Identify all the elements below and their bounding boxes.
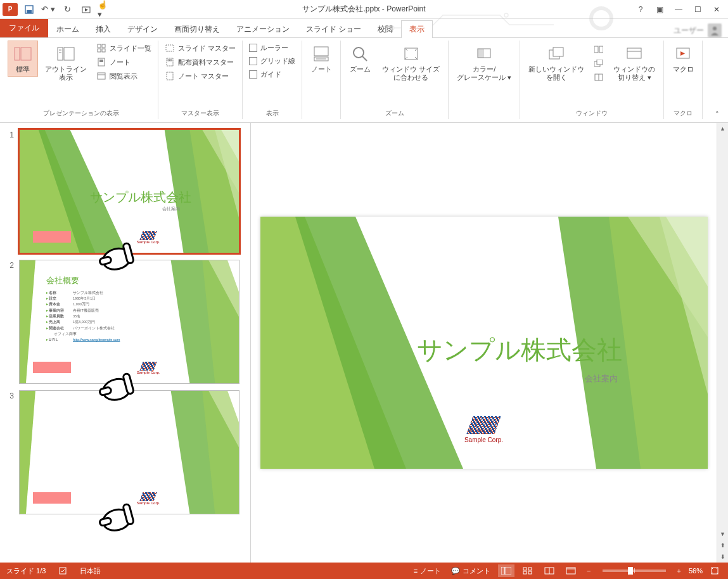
comments-toggle[interactable]: 💬 コメント [449, 565, 493, 577]
fit-to-window-button[interactable]: ウィンドウ サイズ に合わせる [378, 41, 444, 85]
vertical-scrollbar[interactable]: ▲ ▼ ⬆ ⬇ [717, 123, 728, 563]
current-slide-canvas[interactable]: サンプル株式会社 会社案内 Sample Corp. [260, 217, 708, 469]
view-normal-shortcut[interactable] [498, 564, 514, 577]
slide-content-list: 名称サンプル株式会社設立1980年5月1日資本金1,000万円事業内容各種IT機… [46, 290, 120, 343]
slide-thumbnail-2[interactable]: 会社概要 名称サンプル株式会社設立1980年5月1日資本金1,000万円事業内容… [19, 260, 239, 384]
qat-touch-mode[interactable]: ☝ ▾ [98, 2, 113, 17]
move-split-button[interactable] [591, 71, 606, 84]
svg-line-31 [362, 56, 367, 61]
minimize-button[interactable]: — [670, 3, 687, 16]
group-show: ルーラー グリッド線 ガイド 表示 [243, 41, 302, 119]
svg-rect-76 [528, 568, 532, 570]
notes-button[interactable]: ノート [306, 41, 336, 77]
zoom-in-button[interactable]: + [675, 566, 684, 576]
fit-to-window-shortcut[interactable] [708, 565, 722, 576]
view-slideshow-shortcut[interactable] [563, 564, 579, 577]
switch-windows-button[interactable]: ウィンドウの 切り替え ▾ [609, 41, 660, 85]
slide-title: 会社概要 [46, 275, 79, 286]
ribbon-display-options[interactable]: ▣ [651, 3, 668, 16]
handout-master-button[interactable]: 配布資料マスター [162, 56, 238, 68]
slide-master-button[interactable]: スライド マスター [162, 42, 238, 54]
slide-subtitle[interactable]: 会社案内 [585, 373, 618, 385]
thumbnail-item[interactable]: 3 Sample Corp. [5, 390, 245, 514]
group-label [306, 117, 336, 119]
svg-rect-15 [102, 44, 105, 48]
signed-in-user[interactable]: ユーザー [674, 23, 728, 37]
zoom-slider[interactable] [603, 569, 666, 572]
redacted-block [33, 231, 71, 243]
sample-corp-logo: Sample Corp. [137, 231, 160, 244]
thumbnail-item[interactable]: 2 会社概要 名称サンプル株式会社設立1980年5月1日資本金1,000万円事業… [5, 260, 245, 384]
qat-start-from-beginning[interactable] [79, 2, 94, 17]
scroll-track[interactable] [717, 134, 728, 528]
tab-home[interactable]: ホーム [48, 20, 87, 38]
slide-thumbnail-3[interactable]: Sample Corp. [19, 390, 239, 514]
qat-redo[interactable]: ↻ [60, 2, 75, 17]
help-button[interactable]: ? [632, 3, 649, 16]
view-outline-button[interactable]: アウトライン 表示 [41, 41, 91, 85]
toggle-ruler[interactable]: ルーラー [246, 42, 298, 54]
tab-file[interactable]: ファイル [0, 18, 48, 37]
toggle-guides[interactable]: ガイド [246, 68, 298, 80]
next-slide-button[interactable]: ⬇ [717, 551, 728, 563]
group-macro: マクロ マクロ [664, 41, 703, 119]
scroll-up-button[interactable]: ▲ [717, 123, 728, 134]
svg-rect-77 [523, 571, 527, 574]
slide-thumbnail-1[interactable]: サンプル株式会社 会社案内 Sample Corp. [19, 129, 239, 253]
svg-marker-3 [85, 8, 88, 11]
slide-counter[interactable]: スライド 1/3 [6, 566, 46, 576]
tab-slideshow[interactable]: スライド ショー [298, 20, 369, 38]
workspace: 1 サンプル株式会社 会社案内 Sample Corp. 2 [0, 123, 728, 563]
language-indicator[interactable]: 日本語 [80, 566, 101, 576]
tab-view[interactable]: 表示 [401, 20, 433, 38]
collapse-ribbon-button[interactable]: ˄ [712, 108, 723, 120]
svg-rect-9 [21, 48, 31, 60]
color-grayscale-icon [474, 44, 494, 64]
zoom-button[interactable]: ズーム [345, 41, 375, 77]
toggle-gridlines[interactable]: グリッド線 [246, 55, 298, 67]
tab-review[interactable]: 校閲 [369, 20, 401, 38]
color-grayscale-button[interactable]: カラー/ グレースケール ▾ [452, 41, 516, 85]
qat-save[interactable] [22, 2, 37, 17]
tab-design[interactable]: デザイン [119, 20, 166, 38]
scroll-down-button[interactable]: ▼ [717, 528, 728, 540]
slide-number: 2 [5, 260, 14, 270]
macros-button[interactable]: マクロ [668, 41, 698, 77]
notes-master-button[interactable]: ノート マスター [162, 70, 238, 82]
pointing-hand-cursor-graphic [94, 498, 138, 536]
group-label: 表示 [246, 108, 298, 119]
slide-editing-area[interactable]: サンプル株式会社 会社案内 Sample Corp. [251, 123, 717, 563]
svg-rect-26 [167, 72, 173, 80]
svg-marker-46 [680, 51, 685, 56]
view-notes-page-button[interactable]: ノート [94, 56, 154, 68]
close-button[interactable]: ✕ [708, 3, 725, 16]
view-slide-sorter-button[interactable]: スライド一覧 [94, 42, 154, 54]
thumbnail-item[interactable]: 1 サンプル株式会社 会社案内 Sample Corp. [5, 129, 245, 253]
tab-transitions[interactable]: 画面切り替え [166, 20, 228, 38]
view-reading-button[interactable]: 閲覧表示 [94, 70, 154, 82]
maximize-button[interactable]: ☐ [689, 3, 706, 16]
new-window-icon [546, 44, 566, 64]
spell-check-button[interactable] [56, 565, 70, 576]
qat-undo[interactable]: ↶ ▾ [41, 2, 56, 17]
view-normal-button[interactable]: 標準 [8, 41, 38, 77]
svg-rect-11 [64, 48, 74, 60]
svg-rect-8 [15, 48, 20, 60]
sample-corp-logo: Sample Corp. [464, 416, 503, 443]
prev-slide-button[interactable]: ⬆ [717, 540, 728, 551]
tab-insert[interactable]: 挿入 [87, 20, 119, 38]
zoom-slider-thumb[interactable] [628, 567, 633, 575]
view-sorter-shortcut[interactable] [520, 564, 536, 577]
slide-thumbnails-panel[interactable]: 1 サンプル株式会社 会社案内 Sample Corp. 2 [0, 123, 251, 563]
cascade-button[interactable] [591, 57, 606, 70]
zoom-out-button[interactable]: − [584, 566, 593, 576]
tab-animations[interactable]: アニメーション [228, 20, 298, 38]
group-presentation-views: 標準 アウトライン 表示 スライド一覧 ノート 閲覧表示 プレゼンテーションの表… [4, 41, 158, 119]
zoom-percent[interactable]: 56% [689, 567, 703, 575]
notes-toggle[interactable]: ≡ ノート [411, 565, 444, 577]
new-window-button[interactable]: 新しいウィンドウ を開く [524, 41, 589, 85]
arrange-all-button[interactable] [591, 43, 606, 56]
slide-title[interactable]: サンプル株式会社 [417, 333, 622, 367]
view-reading-shortcut[interactable] [541, 564, 558, 577]
normal-view-icon [13, 44, 33, 64]
